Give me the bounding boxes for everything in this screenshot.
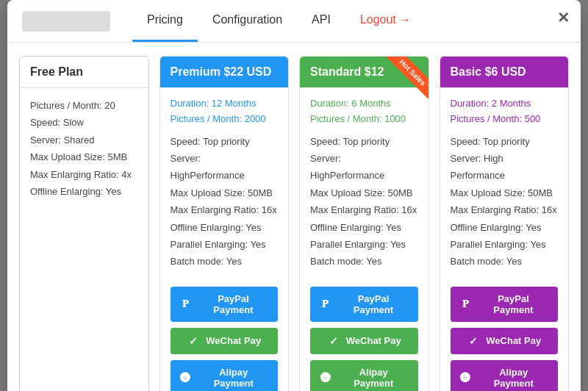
standard-alipay-button[interactable]: 🅐 Alipay Payment (310, 360, 418, 391)
premium-highlight-2: Pictures / Month: 2000 (171, 112, 279, 127)
free-features: Pictures / Month: 20 Speed: Slow Server:… (30, 97, 138, 200)
standard-feature-6: Parallel Enlarging: Yes (310, 236, 418, 253)
premium-alipay-label: Alipay Payment (198, 367, 269, 389)
premium-wechat-button[interactable]: ✓ WeChat Pay (171, 328, 279, 354)
tab-api[interactable]: API (297, 0, 345, 42)
wechat-icon-basic: ✓ (467, 334, 480, 348)
wechat-icon-standard: ✓ (327, 334, 340, 348)
premium-alipay-button[interactable]: 🅐 Alipay Payment (171, 360, 279, 391)
free-feature-6: Offline Enlarging: Yes (30, 183, 138, 200)
basic-highlight: Duration: 2 Months Pictures / Month: 500 (451, 96, 559, 127)
modal-header: Pricing Configuration API Logout → ✕ (7, 0, 581, 43)
premium-highlight-1: Duration: 12 Months (171, 96, 279, 112)
basic-alipay-label: Alipay Payment (478, 367, 549, 389)
tab-navigation: Pricing Configuration API Logout → (132, 0, 426, 42)
free-feature-2: Speed: Slow (30, 114, 138, 131)
paypal-icon-standard: 𝐏 (319, 298, 331, 311)
basic-highlight-1: Duration: 2 Months (451, 96, 559, 112)
standard-features: Speed: Top priority Server: HighPerforma… (310, 133, 418, 270)
tab-logout[interactable]: Logout → (345, 0, 426, 42)
basic-feature-7: Batch mode: Yes (451, 253, 559, 270)
standard-actions: 𝐏 PayPal Payment ✓ WeChat Pay 🅐 Alipay P… (300, 279, 429, 391)
standard-feature-1: Speed: Top priority (310, 133, 418, 150)
plan-header-standard: Standard $12 Hot Sales (300, 57, 429, 87)
plan-body-standard: Duration: 6 Months Pictures / Month: 100… (300, 87, 429, 279)
standard-highlight-2: Pictures / Month: 1000 (310, 112, 418, 127)
plan-header-free: Free Plan (20, 57, 148, 88)
basic-feature-6: Parallel Enlarging: Yes (451, 236, 559, 253)
plan-body-free: Pictures / Month: 20 Speed: Slow Server:… (20, 88, 148, 391)
basic-wechat-label: WeChat Pay (486, 335, 541, 346)
standard-paypal-label: PayPal Payment (337, 293, 409, 315)
plan-name-premium: Premium $22 USD (171, 65, 272, 78)
close-button[interactable]: ✕ (557, 9, 570, 26)
basic-alipay-button[interactable]: 🅐 Alipay Payment (451, 360, 559, 391)
standard-feature-3: Max Upload Size: 50MB (310, 184, 418, 201)
basic-feature-1: Speed: Top priority (451, 133, 559, 150)
logout-arrow-icon: → (399, 13, 411, 26)
premium-features: Speed: Top priority Server: HighPerforma… (171, 133, 279, 270)
paypal-icon-basic: 𝐏 (459, 298, 472, 311)
basic-features: Speed: Top priority Server: High Perform… (451, 133, 559, 270)
standard-feature-7: Batch mode: Yes (310, 253, 418, 270)
premium-feature-3: Max Upload Size: 50MB (171, 184, 279, 201)
paypal-icon: 𝐏 (179, 298, 192, 311)
standard-feature-5: Offline Enlarging: Yes (310, 219, 418, 236)
alipay-icon-standard: 🅐 (319, 371, 332, 384)
plan-card-standard: Standard $12 Hot Sales Duration: 6 Month… (299, 56, 429, 391)
alipay-icon: 🅐 (179, 371, 193, 384)
standard-paypal-button[interactable]: 𝐏 PayPal Payment (310, 287, 418, 322)
standard-alipay-label: Alipay Payment (338, 367, 409, 389)
basic-feature-4: Max Enlarging Ratio: 16x (451, 201, 559, 218)
plan-header-premium: Premium $22 USD (160, 57, 289, 87)
logo-area (22, 1, 125, 41)
tab-pricing[interactable]: Pricing (132, 0, 198, 42)
plan-card-premium: Premium $22 USD Duration: 12 Months Pict… (159, 56, 290, 391)
alipay-icon-basic: 🅐 (459, 371, 473, 384)
standard-feature-4: Max Enlarging Ratio: 16x (310, 201, 418, 218)
plan-name-standard: Standard $12 (310, 65, 384, 78)
premium-paypal-button[interactable]: 𝐏 PayPal Payment (171, 287, 279, 322)
premium-feature-7: Batch mode: Yes (171, 253, 279, 270)
basic-paypal-label: PayPal Payment (478, 293, 549, 315)
premium-feature-5: Offline Enlarging: Yes (171, 219, 279, 236)
premium-highlight: Duration: 12 Months Pictures / Month: 20… (171, 96, 279, 127)
premium-feature-1: Speed: Top priority (171, 133, 279, 150)
plan-name-free: Free Plan (30, 65, 83, 78)
basic-feature-5: Offline Enlarging: Yes (451, 219, 559, 236)
standard-wechat-label: WeChat Pay (346, 335, 401, 346)
premium-feature-2: Server: HighPerformance (171, 150, 279, 184)
basic-feature-2: Server: High Performance (451, 150, 559, 184)
tab-configuration[interactable]: Configuration (198, 0, 297, 42)
basic-feature-3: Max Upload Size: 50MB (451, 184, 559, 201)
basic-paypal-button[interactable]: 𝐏 PayPal Payment (451, 287, 559, 322)
free-feature-5: Max Enlarging Ratio: 4x (30, 166, 138, 183)
plans-container: Free Plan Pictures / Month: 20 Speed: Sl… (7, 43, 581, 391)
premium-paypal-label: PayPal Payment (198, 293, 269, 315)
plan-name-basic: Basic $6 USD (451, 65, 526, 78)
plan-body-premium: Duration: 12 Months Pictures / Month: 20… (160, 87, 289, 279)
plan-body-basic: Duration: 2 Months Pictures / Month: 500… (440, 87, 569, 279)
logo-placeholder (22, 11, 110, 32)
plan-card-free: Free Plan Pictures / Month: 20 Speed: Sl… (19, 56, 149, 391)
wechat-icon: ✓ (187, 334, 200, 348)
free-feature-3: Server: Shared (30, 132, 138, 148)
plan-card-basic: Basic $6 USD Duration: 2 Months Pictures… (440, 56, 570, 391)
premium-feature-4: Max Enlarging Ratio: 16x (171, 201, 279, 218)
basic-highlight-2: Pictures / Month: 500 (451, 112, 559, 127)
premium-wechat-label: WeChat Pay (206, 335, 261, 346)
standard-feature-2: Server: HighPerformance (310, 150, 418, 184)
free-feature-1: Pictures / Month: 20 (30, 97, 138, 114)
standard-wechat-button[interactable]: ✓ WeChat Pay (310, 328, 418, 354)
free-feature-4: Max Upload Size: 5MB (30, 148, 138, 165)
pricing-modal: Pricing Configuration API Logout → ✕ Fre… (7, 0, 581, 391)
hot-sales-ribbon-wrap: Hot Sales (377, 57, 429, 108)
hot-sales-badge: Hot Sales (386, 57, 428, 98)
premium-feature-6: Parallel Enlarging: Yes (171, 236, 279, 253)
basic-actions: 𝐏 PayPal Payment ✓ WeChat Pay 🅐 Alipay P… (440, 279, 569, 391)
premium-actions: 𝐏 PayPal Payment ✓ WeChat Pay 🅐 Alipay P… (160, 279, 289, 391)
basic-wechat-button[interactable]: ✓ WeChat Pay (451, 328, 559, 354)
logout-label: Logout (360, 13, 396, 26)
plan-header-basic: Basic $6 USD (440, 57, 569, 87)
